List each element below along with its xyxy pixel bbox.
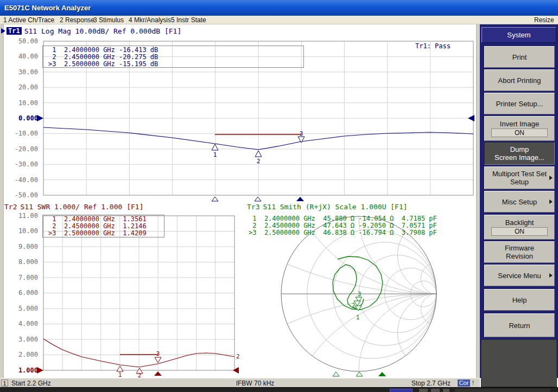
multiport-test-set-setup-button[interactable]: Multiport Test Set Setup bbox=[484, 166, 555, 189]
start-frequency: Start 2.2 GHz bbox=[11, 380, 51, 387]
tr2-marker-2-label: 2 bbox=[138, 372, 142, 378]
tr1-ytick: -10.00 bbox=[3, 130, 38, 137]
tr2-marker-1-triangle[interactable] bbox=[117, 366, 123, 371]
abort-printing-button[interactable]: Abort Printing bbox=[484, 69, 555, 91]
tr2-ytick: 7.000 bbox=[3, 274, 38, 281]
tr1-header: Tr1 S11 Log Mag 10.00dB/ Ref 0.000dB [F1… bbox=[1, 27, 181, 35]
backlight-state[interactable]: ON bbox=[491, 227, 548, 236]
active-trace-arrow-icon bbox=[1, 28, 5, 34]
sidebar-blank-panel bbox=[481, 339, 557, 387]
menu-bar: 1 Active Ch/Trace 2 Response 3 Stimulus … bbox=[0, 16, 558, 24]
tr2-marker-1-label: 1 bbox=[118, 371, 122, 378]
tr3-stimulus-marker-2-icon bbox=[356, 372, 363, 376]
tr2-ytick: 3.000 bbox=[3, 336, 38, 343]
menu-item-resize[interactable]: Resize bbox=[534, 16, 554, 24]
tr1-marker-1-label: 1 bbox=[213, 151, 217, 158]
tr2-marker-table: 1 2.4000000 GHz 1.3561 2 2.4500000 GHz 1… bbox=[42, 215, 164, 237]
tr1-marker-3-label: 3 bbox=[300, 130, 303, 137]
tr2-ytick-reference: 1.000 bbox=[3, 367, 38, 374]
menu-item-instr-state[interactable]: 5 Instr State bbox=[171, 16, 206, 24]
invert-image-button[interactable]: Invert Image ON bbox=[484, 116, 555, 141]
tr3-marker-3-label: 3 bbox=[358, 291, 362, 298]
print-button[interactable]: Print bbox=[484, 46, 555, 68]
backlight-button[interactable]: Backlight ON bbox=[484, 215, 555, 240]
backlight-label: Backlight bbox=[505, 219, 534, 227]
tr3-marker-1-label: 1 bbox=[356, 314, 360, 321]
return-button[interactable]: Return bbox=[484, 313, 555, 337]
tr1-marker-2-triangle[interactable] bbox=[255, 151, 262, 157]
invert-image-state[interactable]: ON bbox=[491, 128, 548, 137]
tr1-stimulus-marker-1-icon bbox=[212, 197, 218, 201]
tr2-marker-row: >3 2.5000000 GHz 1.4209 bbox=[48, 230, 164, 237]
tr2-marker-3-triangle[interactable] bbox=[155, 357, 161, 363]
tr3-marker-row: >3 2.5000000 GHz 46.838 Ω -16.794 Ω 3.79… bbox=[249, 229, 437, 236]
tr1-stimulus-marker-3-icon bbox=[296, 197, 304, 201]
misc-setup-button[interactable]: Misc Setup bbox=[484, 191, 555, 213]
printer-setup-label: Printer Setup... bbox=[496, 100, 543, 108]
taskbar-item bbox=[390, 389, 413, 392]
help-label: Help bbox=[512, 296, 527, 304]
taskbar-item bbox=[431, 389, 440, 392]
menu-item-response[interactable]: 2 Response bbox=[60, 16, 94, 24]
taskbar-item bbox=[443, 389, 449, 392]
tr1-ytick: -40.00 bbox=[3, 177, 38, 184]
tr1-name-badge[interactable]: Tr1 bbox=[7, 27, 22, 35]
tr1-marker-table: 1 2.4000000 GHz -16.413 dB 2 2.4500000 G… bbox=[42, 46, 304, 68]
help-button[interactable]: Help bbox=[484, 289, 555, 311]
channel-number-badge: 1 bbox=[1, 380, 8, 387]
firmware-label-line1: Firmware bbox=[505, 244, 534, 252]
taskbar-clock-area bbox=[455, 389, 550, 392]
tr1-marker-2-label: 2 bbox=[257, 158, 261, 165]
tr2-marker-3-label: 3 bbox=[156, 350, 160, 357]
tr1-ytick: 50.00 bbox=[3, 38, 38, 45]
tr1-stimulus-marker-2-icon bbox=[255, 197, 261, 201]
ifbw-value: IFBW 70 kHz bbox=[212, 380, 299, 387]
tr2-stimulus-marker-3-icon bbox=[154, 371, 162, 376]
tr1-ytick: -30.00 bbox=[3, 161, 38, 168]
plots-canvas: 1 2 3 1 1 2 3 2 bbox=[0, 24, 480, 378]
tr1-format-label: S11 Log Mag 10.00dB/ Ref 0.000dB [F1] bbox=[24, 27, 182, 35]
tr1-ytick: -50.00 bbox=[3, 192, 38, 199]
submenu-arrow-icon bbox=[549, 200, 553, 204]
tr3-marker-table: 1 2.4000000 GHz 45.880 Ω -14.054 Ω 4.718… bbox=[249, 215, 437, 236]
submenu-arrow-icon bbox=[549, 176, 553, 180]
tr3-stimulus-marker-1-icon bbox=[333, 372, 339, 376]
tr3-format-label: S11 Smith (R+jX) Scale 1.000U [F1] bbox=[263, 203, 407, 211]
misc-setup-label: Misc Setup bbox=[502, 198, 537, 206]
dump-screen-image-button[interactable]: Dump Screen Image... bbox=[484, 142, 555, 165]
window-title: E5071C Network Analyzer bbox=[4, 4, 91, 12]
tr2-ytick: 10.00 bbox=[3, 228, 38, 235]
tr2-ytick: 2.000 bbox=[3, 351, 38, 358]
tr3-name[interactable]: Tr3 bbox=[247, 203, 259, 211]
tr2-ref-arrow-right bbox=[233, 367, 239, 374]
tr1-marker-row: >3 2.5000000 GHz -15.195 dB bbox=[48, 61, 303, 68]
tr1-limit-test-result: Tr1: Pass bbox=[415, 42, 451, 50]
menu-item-active-ch-trace[interactable]: 1 Active Ch/Trace bbox=[3, 16, 54, 24]
instrument-screen: E5071C Network Analyzer 1 Active Ch/Trac… bbox=[0, 0, 558, 392]
firmware-label-line2: Revision bbox=[506, 252, 533, 260]
service-menu-button[interactable]: Service Menu bbox=[484, 265, 555, 286]
tr2-name[interactable]: Tr2 bbox=[4, 203, 17, 211]
tr1-marker-1-triangle[interactable] bbox=[212, 144, 218, 150]
printer-setup-button[interactable]: Printer Setup... bbox=[484, 93, 555, 114]
tr1-ytick: 30.00 bbox=[3, 69, 38, 76]
menu-item-mkr-analysis[interactable]: 4 Mkr/Analysis bbox=[129, 16, 171, 24]
tr2-ytick: 11.00 bbox=[3, 213, 38, 220]
service-menu-label: Service Menu bbox=[498, 272, 541, 280]
tr2-ytick: 9.000 bbox=[3, 243, 38, 250]
tr2-header: Tr2 S11 SWR 1.000/ Ref 1.000 [F1] bbox=[4, 203, 143, 210]
bottom-taskbar-strip bbox=[0, 387, 558, 392]
print-button-label: Print bbox=[512, 53, 527, 61]
tr2-ytick: 8.000 bbox=[3, 259, 38, 266]
dump-screen-image-label-line1: Dump bbox=[510, 145, 529, 153]
tr3-stimulus-marker-3-icon bbox=[378, 372, 386, 376]
firmware-revision-button[interactable]: Firmware Revision bbox=[484, 241, 555, 263]
return-label: Return bbox=[509, 322, 530, 330]
taskbar-item bbox=[419, 389, 428, 392]
multiport-label-line1: Multiport Test Set bbox=[492, 170, 547, 178]
stop-frequency: Stop 2.7 GHz bbox=[411, 380, 451, 387]
tr2-grid bbox=[43, 216, 234, 370]
menu-item-stimulus[interactable]: 3 Stimulus bbox=[93, 16, 124, 24]
display-bezel-right bbox=[476, 24, 480, 378]
dump-screen-image-label-line2: Screen Image... bbox=[494, 153, 544, 162]
